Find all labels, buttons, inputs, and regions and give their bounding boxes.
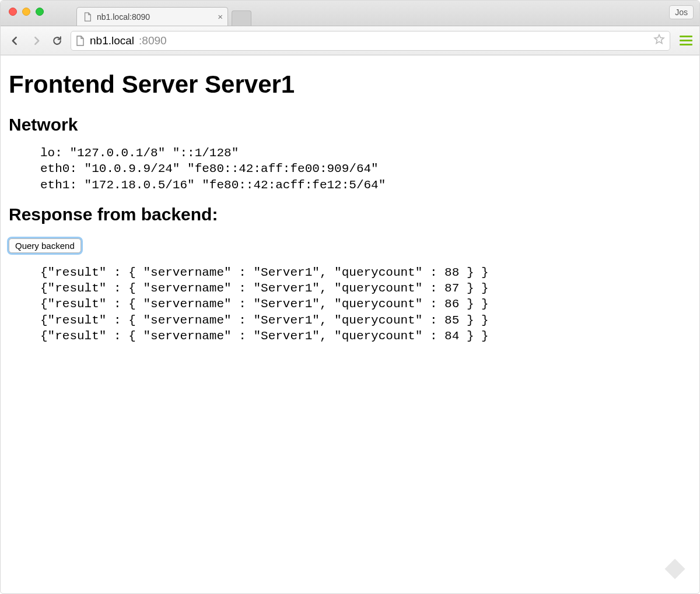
url-port: :8090 [139,34,167,47]
back-button[interactable] [8,33,23,48]
tab-strip: nb1.local:8090 × [76,1,251,26]
page-icon [83,12,92,22]
response-heading: Response from backend: [9,205,691,224]
window-minimize-button[interactable] [22,8,30,16]
forward-button[interactable] [29,33,44,48]
query-backend-button[interactable]: Query backend [9,238,81,253]
menu-button[interactable] [680,36,692,45]
watermark-icon [663,557,687,584]
url-host: nb1.local [90,34,134,47]
tab-close-icon[interactable]: × [218,12,223,21]
response-block: {"result" : { "servername" : "Server1", … [40,265,691,344]
profile-chip[interactable]: Jos [669,5,694,19]
page-body: Frontend Server Server1 Network lo: "127… [1,55,699,363]
address-bar[interactable]: nb1.local:8090 [71,31,670,51]
browser-tab-active[interactable]: nb1.local:8090 × [76,7,228,26]
window-close-button[interactable] [9,8,17,16]
browser-toolbar: nb1.local:8090 [1,26,699,55]
new-tab-button[interactable] [232,10,251,26]
window-titlebar: nb1.local:8090 × Jos [1,1,699,26]
bookmark-star-icon[interactable] [653,33,665,48]
network-block: lo: "127.0.0.1/8" "::1/128" eth0: "10.0.… [40,145,691,193]
menu-icon [680,36,692,37]
page-title: Frontend Server Server1 [9,71,691,99]
tab-title: nb1.local:8090 [97,12,150,22]
page-icon [76,36,85,46]
reload-button[interactable] [50,33,65,48]
window-controls [9,8,44,16]
window-zoom-button[interactable] [36,8,44,16]
svg-marker-0 [654,35,664,44]
network-heading: Network [9,115,691,135]
